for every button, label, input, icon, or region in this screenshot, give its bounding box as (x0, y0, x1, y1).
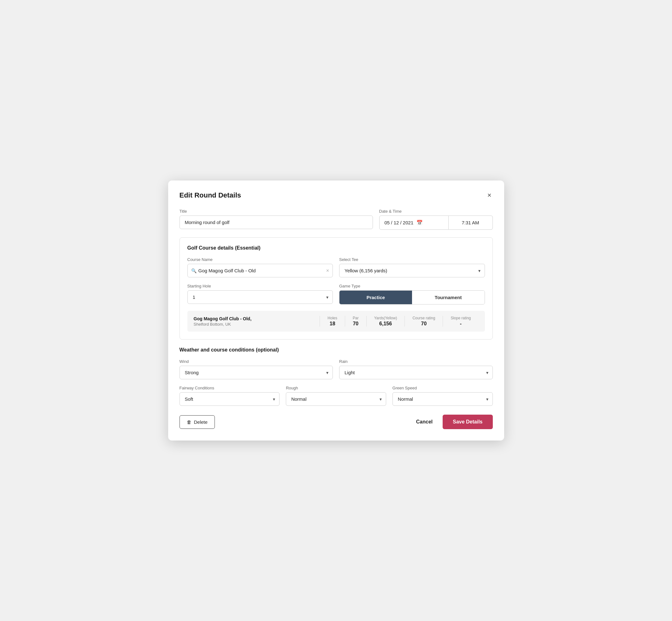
rain-wrap: Light ▾ (339, 366, 493, 379)
title-input[interactable] (179, 215, 373, 229)
title-field-group: Title (179, 209, 373, 230)
edit-round-modal: Edit Round Details × Title Date & Time 0… (168, 180, 504, 441)
rough-label: Rough (286, 385, 386, 390)
slope-rating-value: - (460, 321, 462, 327)
title-label: Title (179, 209, 373, 214)
weather-section: Weather and course conditions (optional)… (179, 347, 493, 406)
game-type-label: Game Type (339, 284, 485, 288)
course-name-group: Course Name 🔍 × (187, 257, 333, 277)
rain-dropdown[interactable]: Light (339, 366, 493, 379)
conditions-row: Fairway Conditions Soft ▾ Rough Normal ▾ (179, 385, 493, 406)
golf-course-section: Golf Course details (Essential) Course N… (179, 237, 493, 339)
calendar-icon: 📅 (416, 220, 423, 225)
fairway-group: Fairway Conditions Soft ▾ (179, 385, 280, 406)
modal-title: Edit Round Details (179, 191, 241, 199)
course-stat-rating: Course rating 70 (405, 316, 443, 327)
holes-value: 18 (330, 321, 335, 327)
course-tee-row: Course Name 🔍 × Select Tee Yellow (6,156… (187, 257, 485, 277)
select-tee-label: Select Tee (339, 257, 485, 262)
slope-rating-label: Slope rating (451, 316, 471, 320)
game-type-group: Game Type Practice Tournament (339, 284, 485, 304)
rain-group: Rain Light ▾ (339, 359, 493, 379)
save-button[interactable]: Save Details (443, 415, 493, 429)
course-stat-par: Par 70 (345, 316, 366, 327)
select-tee-group: Select Tee Yellow (6,156 yards) ▾ (339, 257, 485, 277)
select-tee-wrap: Yellow (6,156 yards) ▾ (339, 264, 485, 277)
yards-value: 6,156 (379, 321, 392, 327)
holes-label: Holes (328, 316, 337, 320)
course-info-location: Shelford Bottom, UK (194, 322, 320, 327)
starting-hole-group: Starting Hole 1 ▾ (187, 284, 333, 304)
green-speed-dropdown[interactable]: Normal (392, 392, 493, 406)
practice-button[interactable]: Practice (339, 291, 412, 304)
wind-wrap: Strong ▾ (179, 366, 333, 379)
green-speed-label: Green Speed (392, 385, 493, 390)
course-name-block: Gog Magog Golf Club - Old, Shelford Bott… (194, 316, 320, 327)
course-stat-slope: Slope rating - (443, 316, 478, 327)
rough-wrap: Normal ▾ (286, 392, 386, 406)
course-rating-value: 70 (421, 321, 427, 327)
datetime-row: 05 / 12 / 2021 📅 7:31 AM (379, 215, 493, 230)
select-tee-dropdown[interactable]: Yellow (6,156 yards) (339, 264, 485, 277)
course-rating-label: Course rating (412, 316, 435, 320)
course-name-input[interactable] (187, 264, 333, 277)
wind-label: Wind (179, 359, 333, 364)
datetime-field-group: Date & Time 05 / 12 / 2021 📅 7:31 AM (379, 209, 493, 230)
date-value: 05 / 12 / 2021 (385, 220, 414, 225)
delete-button[interactable]: 🗑 Delete (179, 415, 215, 429)
course-search-wrap: 🔍 × (187, 264, 333, 277)
course-info-bar: Gog Magog Golf Club - Old, Shelford Bott… (187, 311, 485, 332)
search-icon: 🔍 (191, 268, 197, 273)
rain-label: Rain (339, 359, 493, 364)
tournament-button[interactable]: Tournament (412, 291, 485, 304)
delete-label: Delete (194, 419, 208, 425)
top-row: Title Date & Time 05 / 12 / 2021 📅 7:31 … (179, 209, 493, 230)
rough-dropdown[interactable]: Normal (286, 392, 386, 406)
game-type-toggle: Practice Tournament (339, 290, 485, 304)
course-stat-yards: Yards(Yellow) 6,156 (366, 316, 405, 327)
course-name-label: Course Name (187, 257, 333, 262)
close-button[interactable]: × (486, 191, 493, 200)
rough-group: Rough Normal ▾ (286, 385, 386, 406)
yards-label: Yards(Yellow) (374, 316, 397, 320)
hole-gametype-row: Starting Hole 1 ▾ Game Type Practice Tou… (187, 284, 485, 304)
datetime-label: Date & Time (379, 209, 493, 214)
course-info-name: Gog Magog Golf Club - Old, (194, 316, 320, 321)
weather-section-title: Weather and course conditions (optional) (179, 347, 493, 353)
starting-hole-label: Starting Hole (187, 284, 333, 288)
trash-icon: 🗑 (187, 419, 192, 425)
modal-header: Edit Round Details × (179, 191, 493, 200)
green-speed-group: Green Speed Normal ▾ (392, 385, 493, 406)
course-stat-holes: Holes 18 (320, 316, 345, 327)
fairway-wrap: Soft ▾ (179, 392, 280, 406)
par-value: 70 (353, 321, 359, 327)
wind-group: Wind Strong ▾ (179, 359, 333, 379)
green-speed-wrap: Normal ▾ (392, 392, 493, 406)
fairway-label: Fairway Conditions (179, 385, 280, 390)
course-name-clear-button[interactable]: × (326, 268, 329, 274)
wind-rain-row: Wind Strong ▾ Rain Light ▾ (179, 359, 493, 379)
starting-hole-dropdown[interactable]: 1 (187, 290, 333, 304)
time-field[interactable]: 7:31 AM (449, 215, 493, 230)
wind-dropdown[interactable]: Strong (179, 366, 333, 379)
par-label: Par (353, 316, 359, 320)
footer-row: 🗑 Delete Cancel Save Details (179, 415, 493, 429)
fairway-dropdown[interactable]: Soft (179, 392, 280, 406)
footer-right: Cancel Save Details (414, 415, 493, 429)
golf-section-title: Golf Course details (Essential) (187, 245, 485, 251)
starting-hole-wrap: 1 ▾ (187, 290, 333, 304)
time-value: 7:31 AM (462, 220, 479, 225)
date-field[interactable]: 05 / 12 / 2021 📅 (379, 215, 449, 230)
cancel-button[interactable]: Cancel (414, 415, 435, 428)
